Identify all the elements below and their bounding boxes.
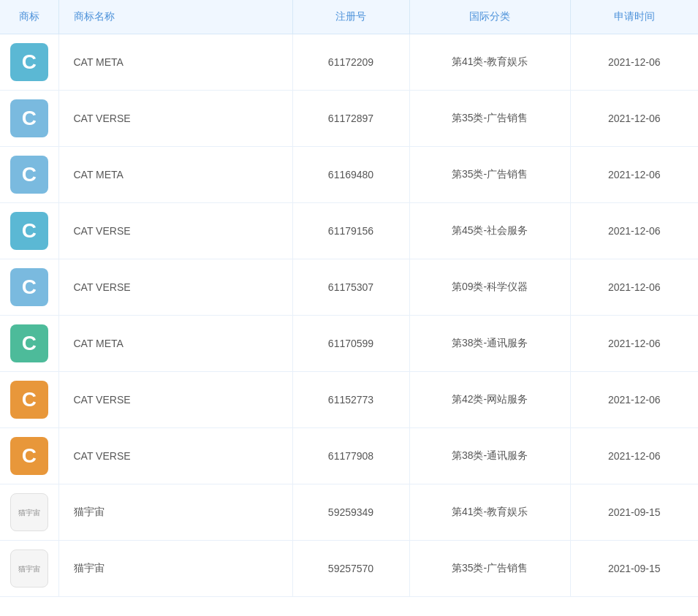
cell-category: 第35类-广告销售	[409, 541, 570, 597]
cell-category: 第38类-通讯服务	[409, 428, 570, 484]
cell-reg: 61169480	[292, 147, 409, 203]
cell-logo: 猫宇宙	[0, 484, 58, 541]
cell-reg: 61177908	[292, 428, 409, 484]
cell-date: 2021-12-06	[570, 147, 698, 203]
cell-reg: 61175307	[292, 259, 409, 316]
table-row: CCAT VERSE61152773第42类-网站服务2021-12-06	[0, 372, 698, 428]
cell-date: 2021-12-06	[570, 91, 698, 147]
cell-date: 2021-12-06	[570, 259, 698, 316]
cell-date: 2021-12-06	[570, 372, 698, 428]
table-row: 猫宇宙猫宇宙59259349第41类-教育娱乐2021-09-15	[0, 484, 698, 541]
cell-reg: 59257570	[292, 541, 409, 597]
cell-reg: 61152773	[292, 372, 409, 428]
col-header-date: 申请时间	[570, 0, 698, 34]
cell-category: 第42类-网站服务	[409, 372, 570, 428]
logo-badge-icon: C	[10, 268, 48, 306]
table-row: CCAT VERSE61172897第35类-广告销售2021-12-06	[0, 91, 698, 147]
cell-date: 2021-12-06	[570, 203, 698, 259]
cell-category: 第41类-教育娱乐	[409, 484, 570, 541]
logo-badge-icon: C	[10, 381, 48, 419]
cell-reg: 61170599	[292, 316, 409, 372]
cell-name: 猫宇宙	[58, 541, 292, 597]
cell-logo: C	[0, 428, 58, 484]
cell-reg: 61172209	[292, 34, 409, 91]
table-row: CCAT META61169480第35类-广告销售2021-12-06	[0, 147, 698, 203]
cell-reg: 59259349	[292, 484, 409, 541]
cell-name: CAT VERSE	[58, 259, 292, 316]
cell-name: CAT VERSE	[58, 91, 292, 147]
cell-name: CAT VERSE	[58, 203, 292, 259]
logo-text-icon: 猫宇宙	[10, 550, 48, 588]
logo-badge-icon: C	[10, 324, 48, 362]
cell-name: CAT META	[58, 34, 292, 91]
cell-date: 2021-12-06	[570, 316, 698, 372]
logo-badge-icon: C	[10, 212, 48, 250]
cell-reg: 61179156	[292, 203, 409, 259]
cell-category: 第45类-社会服务	[409, 203, 570, 259]
cell-logo: C	[0, 203, 58, 259]
cell-logo: C	[0, 372, 58, 428]
logo-badge-icon: C	[10, 43, 48, 81]
cell-date: 2021-12-06	[570, 34, 698, 91]
col-header-intl: 国际分类	[409, 0, 570, 34]
table-row: CCAT VERSE61175307第09类-科学仪器2021-12-06	[0, 259, 698, 316]
col-header-logo: 商标	[0, 0, 58, 34]
cell-name: CAT META	[58, 147, 292, 203]
logo-badge-icon: C	[10, 437, 48, 475]
table-row: CCAT VERSE61179156第45类-社会服务2021-12-06	[0, 203, 698, 259]
cell-name: CAT VERSE	[58, 372, 292, 428]
cell-category: 第38类-通讯服务	[409, 316, 570, 372]
trademark-table-container: 商标 商标名称 注册号 国际分类 申请时间 CCAT META61172209第…	[0, 0, 698, 597]
cell-logo: C	[0, 316, 58, 372]
logo-badge-icon: C	[10, 99, 48, 137]
cell-logo: C	[0, 91, 58, 147]
cell-name: 猫宇宙	[58, 484, 292, 541]
cell-category: 第41类-教育娱乐	[409, 34, 570, 91]
table-row: CCAT META61172209第41类-教育娱乐2021-12-06	[0, 34, 698, 91]
cell-name: CAT VERSE	[58, 428, 292, 484]
table-row: 猫宇宙猫宇宙59257570第35类-广告销售2021-09-15	[0, 541, 698, 597]
table-row: CCAT META61170599第38类-通讯服务2021-12-06	[0, 316, 698, 372]
cell-category: 第35类-广告销售	[409, 91, 570, 147]
col-header-name: 商标名称	[58, 0, 292, 34]
logo-badge-icon: C	[10, 156, 48, 194]
cell-date: 2021-09-15	[570, 484, 698, 541]
cell-logo: C	[0, 34, 58, 91]
table-row: CCAT VERSE61177908第38类-通讯服务2021-12-06	[0, 428, 698, 484]
cell-logo: C	[0, 147, 58, 203]
col-header-reg: 注册号	[292, 0, 409, 34]
cell-date: 2021-09-15	[570, 541, 698, 597]
cell-logo: 猫宇宙	[0, 541, 58, 597]
trademark-table: 商标 商标名称 注册号 国际分类 申请时间 CCAT META61172209第…	[0, 0, 698, 597]
cell-logo: C	[0, 259, 58, 316]
cell-category: 第09类-科学仪器	[409, 259, 570, 316]
cell-reg: 61172897	[292, 91, 409, 147]
cell-date: 2021-12-06	[570, 428, 698, 484]
cell-name: CAT META	[58, 316, 292, 372]
logo-text-icon: 猫宇宙	[10, 493, 48, 531]
cell-category: 第35类-广告销售	[409, 147, 570, 203]
table-header-row: 商标 商标名称 注册号 国际分类 申请时间	[0, 0, 698, 34]
